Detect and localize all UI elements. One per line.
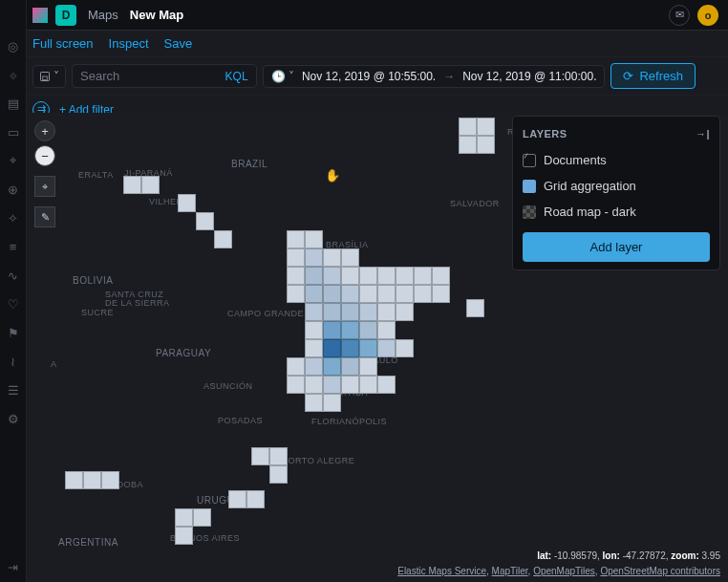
map-canvas[interactable]: BRAZILBOLIVIAPARAGUAYARGENTINAURUGUAY RE… bbox=[27, 113, 728, 582]
credit-link[interactable]: OpenStreetMap contributors bbox=[600, 566, 720, 576]
layers-panel: LAYERS →| Documents Grid aggregation Roa… bbox=[512, 116, 720, 270]
credit-link[interactable]: Elastic Maps Service bbox=[397, 566, 486, 576]
grid-cell bbox=[377, 303, 396, 321]
app-menu: Full screen Inspect Save bbox=[0, 31, 728, 57]
grid-cell bbox=[359, 303, 377, 321]
map-credits: Elastic Maps Service, MapTiler, OpenMapT… bbox=[397, 566, 720, 576]
grid-cell bbox=[323, 394, 341, 412]
nav-stack-icon[interactable]: ☰ bbox=[6, 382, 21, 398]
breadcrumb-app[interactable]: Maps bbox=[88, 8, 118, 22]
zoom-in-button[interactable]: + bbox=[34, 120, 55, 141]
nav-management-icon[interactable]: ⚙ bbox=[6, 411, 21, 426]
newsfeed-icon[interactable]: ✉ bbox=[669, 5, 690, 26]
nav-uptime-icon[interactable]: ♡ bbox=[6, 296, 21, 312]
grid-cell bbox=[305, 339, 323, 357]
layer-grid-aggregation[interactable]: Grid aggregation bbox=[523, 173, 710, 199]
layers-title: LAYERS bbox=[523, 128, 567, 140]
grid-cell bbox=[305, 357, 323, 376]
nav-apm-icon[interactable]: ∿ bbox=[6, 268, 21, 283]
nav-dashboard-icon[interactable]: ▤ bbox=[6, 96, 21, 111]
grid-cell bbox=[228, 490, 246, 508]
nav-metrics-icon[interactable]: ✧ bbox=[6, 210, 21, 226]
inspect-link[interactable]: Inspect bbox=[109, 36, 149, 51]
disk-icon bbox=[39, 71, 51, 82]
grid-cell bbox=[323, 303, 341, 321]
grid-cell bbox=[459, 118, 477, 136]
layers-collapse-icon[interactable]: →| bbox=[696, 128, 710, 140]
grid-cell bbox=[193, 508, 211, 527]
fit-bounds-button[interactable]: ⌖ bbox=[34, 176, 55, 197]
nav-devtools-icon[interactable]: ≀ bbox=[6, 354, 21, 369]
grid-cell bbox=[101, 471, 119, 489]
save-link[interactable]: Save bbox=[164, 36, 193, 51]
grid-cell bbox=[323, 376, 341, 394]
nav-sidebar: ◎ ⟐ ▤ ▭ ⌖ ⊕ ✧ ≡ ∿ ♡ ⚑ ≀ ☰ ⚙ ⇥ bbox=[0, 0, 27, 582]
tools-button[interactable]: ✎ bbox=[34, 206, 55, 227]
arrow-right-icon: → bbox=[443, 70, 455, 83]
grid-cell bbox=[323, 248, 341, 267]
grid-cell bbox=[141, 176, 160, 194]
grid-cell bbox=[305, 267, 323, 285]
nav-canvas-icon[interactable]: ▭ bbox=[6, 124, 21, 140]
grid-cell bbox=[305, 230, 323, 248]
layer-label: Grid aggregation bbox=[544, 179, 636, 193]
add-layer-button[interactable]: Add layer bbox=[523, 232, 710, 262]
nav-maps-icon[interactable]: ⌖ bbox=[6, 153, 21, 168]
kibana-logo-icon[interactable] bbox=[32, 8, 48, 23]
grid-cell bbox=[359, 285, 377, 303]
nav-logs-icon[interactable]: ≡ bbox=[6, 239, 21, 254]
grid-cell bbox=[83, 471, 101, 489]
credit-link[interactable]: MapTiler bbox=[492, 566, 528, 576]
layer-roadmap-dark[interactable]: Road map - dark bbox=[523, 199, 710, 225]
grid-cell bbox=[287, 357, 305, 376]
grid-cell bbox=[414, 267, 432, 285]
grid-cell bbox=[305, 285, 323, 303]
grid-cell bbox=[305, 394, 323, 412]
grid-cell bbox=[323, 267, 341, 285]
nav-visualize-icon[interactable]: ⟐ bbox=[6, 67, 21, 82]
nav-expand-icon[interactable]: ⇥ bbox=[6, 559, 21, 574]
coordinates-readout: lat: -10.98579, lon: -47.27872, zoom: 3.… bbox=[537, 550, 720, 561]
grid-cell bbox=[323, 339, 341, 357]
grid-cell bbox=[359, 339, 377, 357]
grid-cell bbox=[341, 339, 359, 357]
space-badge[interactable]: D bbox=[55, 5, 76, 26]
grid-cell bbox=[65, 471, 83, 489]
time-picker[interactable]: 🕒 ˅ Nov 12, 2019 @ 10:55:00. → Nov 12, 2… bbox=[263, 65, 606, 88]
grid-cell bbox=[251, 447, 269, 465]
search-input[interactable]: Search KQL bbox=[72, 64, 257, 88]
layer-label: Documents bbox=[544, 153, 607, 167]
grid-cell bbox=[396, 267, 414, 285]
grid-cell bbox=[175, 527, 193, 545]
grid-cell bbox=[269, 447, 288, 465]
layer-label: Road map - dark bbox=[544, 205, 636, 219]
grid-cell bbox=[459, 136, 477, 154]
layer-documents[interactable]: Documents bbox=[523, 147, 710, 173]
full-screen-link[interactable]: Full screen bbox=[32, 36, 94, 51]
grid-cell bbox=[341, 285, 359, 303]
breadcrumb-page[interactable]: New Map bbox=[130, 8, 183, 22]
grid-cell bbox=[178, 194, 196, 212]
nav-discover-icon[interactable]: ◎ bbox=[6, 38, 21, 54]
credit-link[interactable]: OpenMapTiles bbox=[533, 566, 595, 576]
grid-cell bbox=[432, 267, 450, 285]
grid-cell bbox=[287, 248, 305, 267]
saved-query-button[interactable]: ˅ bbox=[32, 65, 66, 88]
grid-cell bbox=[287, 285, 305, 303]
nav-siem-icon[interactable]: ⚑ bbox=[6, 325, 21, 340]
grid-cell bbox=[396, 303, 414, 321]
nav-ml-icon[interactable]: ⊕ bbox=[6, 182, 21, 197]
grid-cell bbox=[323, 357, 341, 376]
grid-cell bbox=[414, 285, 432, 303]
query-language-toggle[interactable]: KQL bbox=[225, 70, 248, 83]
grid-cell bbox=[323, 285, 341, 303]
grid-cell bbox=[466, 299, 484, 317]
refresh-button[interactable]: ⟳ Refresh bbox=[610, 63, 696, 89]
grid-cell bbox=[477, 118, 495, 136]
user-avatar[interactable]: o bbox=[697, 5, 718, 26]
grid-cell bbox=[287, 267, 305, 285]
grid-cell bbox=[477, 136, 495, 154]
grid-cell bbox=[287, 376, 305, 394]
map-controls: + − ⌖ ✎ bbox=[34, 120, 55, 227]
zoom-out-button[interactable]: − bbox=[34, 145, 55, 166]
